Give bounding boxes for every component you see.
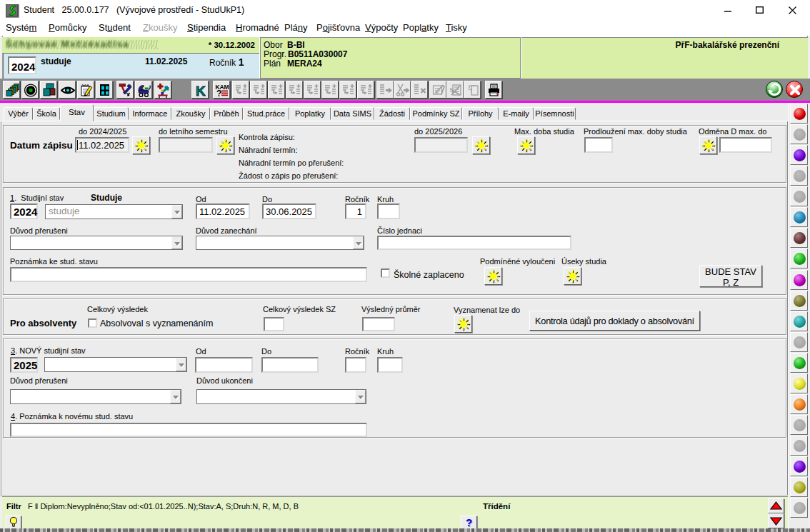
svg-text:?: ?	[216, 89, 221, 98]
svg-text:K: K	[196, 84, 206, 99]
